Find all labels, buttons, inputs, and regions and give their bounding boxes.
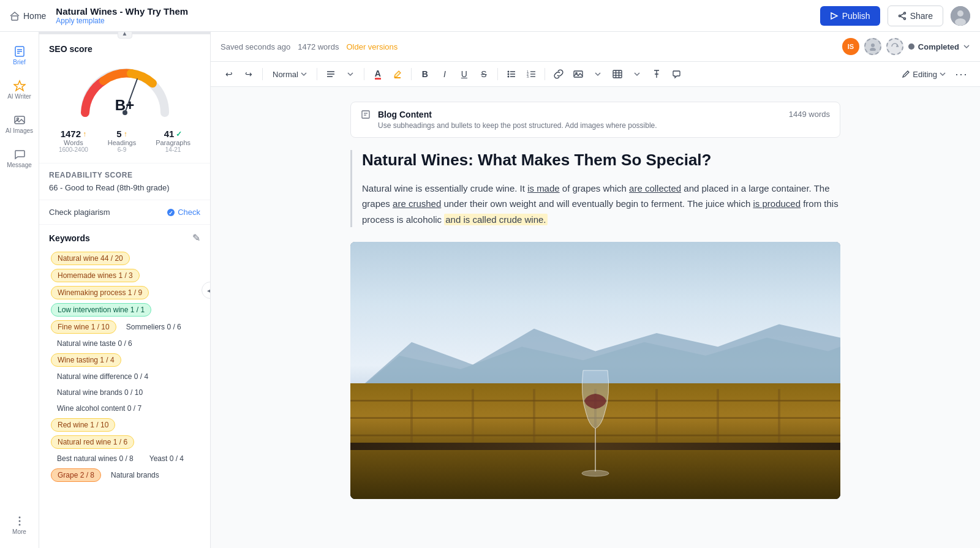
keyword-tag-natural-wine[interactable]: Natural wine 44 / 20: [51, 252, 130, 265]
numbered-list-btn[interactable]: 1. 2. 3.: [522, 66, 540, 83]
keyword-tag-wine-taste[interactable]: Natural wine taste 0 / 6: [51, 337, 138, 350]
keyword-tag-alcohol-content[interactable]: Wine alcohol content 0 / 7: [51, 402, 148, 415]
image-btn[interactable]: [570, 66, 587, 83]
svg-point-19: [18, 524, 20, 525]
keywords-edit-icon[interactable]: ✎: [192, 232, 200, 244]
publish-button[interactable]: Publish: [820, 6, 880, 26]
doc-title: Natural Wines - Why Try Them: [56, 6, 188, 17]
link-btn[interactable]: [550, 66, 567, 83]
editor-area: Saved seconds ago 1472 words Older versi…: [211, 32, 980, 548]
toolbar-sep-4: [411, 68, 412, 80]
keyword-tag-fine-wine[interactable]: Fine wine 1 / 10: [51, 320, 116, 334]
keyword-tag-wine-brands[interactable]: Natural wine brands 0 / 10: [51, 386, 149, 399]
plagiarism-section: Check plagiarism ✓ Check: [39, 200, 210, 225]
headings-value: 5 ↑: [108, 129, 136, 139]
table-chevron-btn[interactable]: [628, 66, 646, 83]
image-chevron-icon: [595, 71, 601, 77]
keyword-tag-yeast[interactable]: Yeast 0 / 4: [143, 452, 190, 465]
style-select[interactable]: Normal: [268, 66, 312, 83]
keyword-tag-natural-red-wine[interactable]: Natural red wine 1 / 6: [51, 435, 134, 449]
editor-topbar: Saved seconds ago 1472 words Older versi…: [211, 32, 980, 62]
user-avatar-ghost[interactable]: [864, 38, 881, 55]
redo-btn[interactable]: ↪: [240, 66, 257, 83]
align-btn[interactable]: [322, 66, 339, 83]
stat-words: 1472 ↑ Words 1600-2400: [59, 129, 88, 153]
status-label: Completed: [918, 42, 959, 51]
paragraphs-label: Paragraphs: [156, 139, 190, 146]
keyword-tag-winemaking[interactable]: Winemaking process 1 / 9: [51, 286, 149, 299]
image-chevron-btn[interactable]: [589, 66, 606, 83]
highlight-btn[interactable]: [389, 66, 406, 83]
underline-btn[interactable]: U: [456, 66, 473, 83]
stat-headings: 5 ↑ Headings 6-9: [108, 129, 136, 153]
article-body[interactable]: Natural wine is essentially crude wine. …: [362, 181, 840, 228]
svg-point-24: [871, 43, 875, 47]
more-options-btn[interactable]: ···: [953, 66, 970, 83]
align-chevron-btn[interactable]: [342, 66, 359, 83]
editor-meta: Saved seconds ago 1472 words Older versi…: [221, 42, 398, 51]
svg-rect-15: [15, 116, 24, 124]
publish-label: Publish: [842, 11, 870, 21]
bold-btn[interactable]: B: [417, 66, 434, 83]
status-badge: Completed: [908, 42, 970, 51]
svg-point-3: [899, 15, 900, 17]
older-versions-link[interactable]: Older versions: [346, 42, 398, 51]
comment-btn[interactable]: [668, 66, 685, 83]
home-link[interactable]: Home: [10, 11, 46, 21]
toolbar-sep-3: [364, 68, 364, 80]
main-layout: Brief AI Writer AI Images Message: [0, 32, 980, 548]
keyword-tag-sommeliers[interactable]: Sommeliers 0 / 6: [120, 320, 187, 334]
keyword-tag-natural-brands[interactable]: Natural brands: [105, 468, 165, 482]
svg-point-2: [903, 12, 905, 14]
gauge-grade: B+: [115, 97, 134, 114]
undo-btn[interactable]: ↩: [221, 66, 238, 83]
user-avatar[interactable]: [951, 6, 970, 26]
keyword-tag-grape[interactable]: Grape 2 / 8: [51, 468, 101, 482]
keyword-tag-wine-difference[interactable]: Natural wine difference 0 / 4: [51, 370, 154, 383]
keyword-tag-red-wine[interactable]: Red wine 1 / 10: [51, 418, 115, 432]
strikethrough-btn[interactable]: S: [475, 66, 492, 83]
article-title[interactable]: Natural Wines: What Makes Them So Specia…: [362, 150, 840, 171]
table-btn[interactable]: [609, 66, 626, 83]
highlight-icon: [393, 69, 402, 79]
text-color-btn[interactable]: A: [369, 66, 386, 83]
doc-title-area: Natural Wines - Why Try Them Apply templ…: [56, 6, 188, 25]
status-chevron-icon[interactable]: [963, 43, 970, 50]
pencil-icon: [902, 70, 910, 78]
sidebar-item-ai-images[interactable]: AI Images: [4, 108, 36, 140]
align-icon: [326, 69, 336, 79]
nav-right: Publish Share: [820, 6, 970, 26]
blog-word-count: 1449 words: [789, 110, 830, 119]
svg-rect-49: [362, 111, 369, 118]
wine-scene: [350, 242, 840, 499]
sidebar-item-ai-writer[interactable]: AI Writer: [4, 73, 36, 105]
plagiarism-check-btn[interactable]: ✓ Check: [167, 208, 200, 217]
keyword-tag-best-natural-wines[interactable]: Best natural wines 0 / 8: [51, 452, 140, 465]
sidebar-item-more[interactable]: More: [4, 509, 36, 541]
user-avatar-refresh[interactable]: [886, 38, 903, 55]
sidebar-item-brief[interactable]: Brief: [4, 39, 36, 71]
svg-text:3.: 3.: [527, 75, 529, 78]
editor-users: IS Completed: [842, 38, 970, 55]
editor-toolbar: ↩ ↪ Normal A: [211, 62, 980, 87]
blog-banner-icon: [361, 110, 371, 130]
apply-template-link[interactable]: Apply template: [56, 17, 188, 25]
keyword-tag-homemade-wines[interactable]: Homemade wines 1 / 3: [51, 269, 140, 282]
words-range: 1600-2400: [59, 146, 88, 153]
inline-is-produced: is produced: [753, 198, 801, 209]
italic-btn[interactable]: I: [436, 66, 453, 83]
editor-content[interactable]: Blog Content Use subheadings and bullets…: [211, 87, 980, 548]
sidebar-item-message[interactable]: Message: [4, 142, 36, 174]
keyword-tag-low-intervention[interactable]: Low intervention wine 1 / 1: [51, 303, 151, 317]
bullet-list-btn[interactable]: [503, 66, 520, 83]
user-avatar-is[interactable]: IS: [842, 38, 859, 55]
formula-btn[interactable]: [648, 66, 665, 83]
share-button[interactable]: Share: [888, 6, 943, 26]
icon-sidebar: Brief AI Writer AI Images Message: [0, 32, 39, 548]
seo-panel: ▲ SEO score B+: [39, 32, 211, 548]
scroll-up-btn[interactable]: ▲: [118, 32, 132, 39]
editing-btn[interactable]: Editing: [897, 67, 951, 81]
keyword-tag-wine-tasting[interactable]: Wine tasting 1 / 4: [51, 353, 121, 367]
toolbar-sep-1: [262, 68, 263, 80]
editing-chevron-icon: [940, 71, 946, 77]
